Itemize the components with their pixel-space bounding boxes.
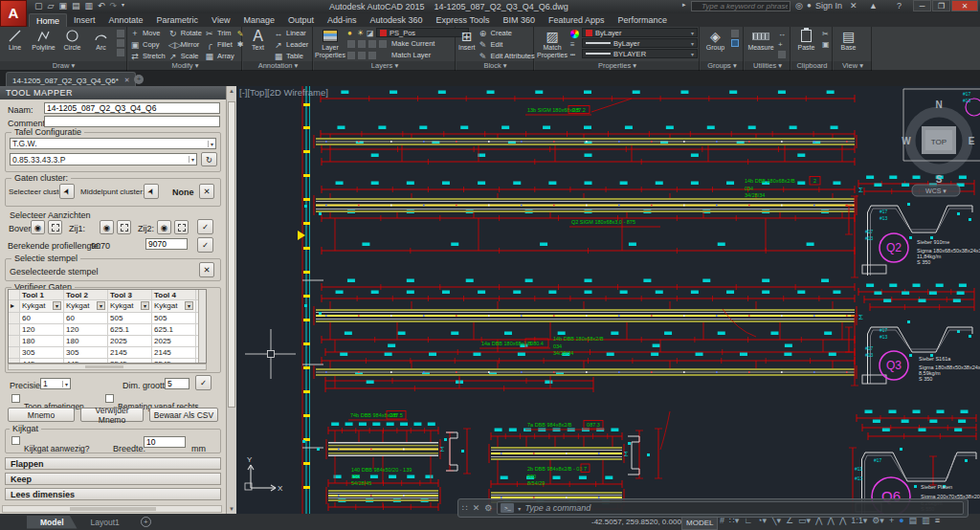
saveas-icon[interactable]: ▤ xyxy=(72,1,80,11)
layout1-tab[interactable]: Layout1 xyxy=(78,516,133,529)
copy-clip-icon[interactable]: ▣ xyxy=(822,40,830,49)
layer-tool-icon[interactable] xyxy=(358,52,366,59)
open-icon[interactable]: ▱ xyxy=(48,1,55,11)
lineweight-icon[interactable]: ≡ xyxy=(570,40,579,49)
cut-icon[interactable]: ✂ xyxy=(822,30,830,38)
qat-customize-icon[interactable]: ▾ xyxy=(122,1,124,11)
table-cell[interactable]: Tool 3 xyxy=(108,290,152,299)
mirror-button[interactable]: ◁▷Mirror xyxy=(168,39,202,50)
gaten-table[interactable]: Tool 1Tool 2Tool 3Tool 4▸Kykgat▾Kykgat▾K… xyxy=(8,289,207,364)
quick-calc-icon[interactable]: + xyxy=(778,40,786,49)
array-button[interactable]: ▦Array xyxy=(205,51,234,61)
row-selector[interactable] xyxy=(9,290,20,299)
layer-on-icon[interactable]: ● xyxy=(347,29,352,37)
new-icon[interactable]: ▢ xyxy=(34,1,43,11)
table-cell[interactable]: Kykgat▾ xyxy=(20,300,64,312)
modify-panel-label[interactable]: Modify ▾ xyxy=(128,61,242,71)
id-point-icon[interactable]: ↔ xyxy=(778,30,786,38)
viewcube-top-face[interactable]: TOP xyxy=(931,138,947,146)
hatch-icon[interactable] xyxy=(117,39,124,47)
customize-wrench-icon[interactable]: ⚙ xyxy=(484,503,492,513)
ribbon-tab-manage[interactable]: Manage xyxy=(236,13,281,27)
command-line-bar[interactable]: ∷ ✕ ⚙ >_ ▾ Type a command xyxy=(457,498,969,518)
help-button[interactable]: ? xyxy=(897,1,902,11)
row-selector[interactable] xyxy=(9,347,20,358)
model-space-indicator[interactable]: MODEL xyxy=(681,516,718,530)
line-button[interactable]: Line xyxy=(2,28,28,52)
tafel-config-dropdown-2[interactable]: 0.85.33.43.3.P▾ xyxy=(10,153,197,166)
table-cell[interactable]: 60 xyxy=(64,313,108,323)
group-button[interactable]: ◈Group xyxy=(702,28,728,52)
breedte-input[interactable] xyxy=(144,436,186,448)
profiellengte-confirm-button[interactable]: ✓ xyxy=(197,237,213,253)
color-wheel-icon[interactable] xyxy=(570,30,579,38)
table-cell[interactable]: 625.1 xyxy=(108,324,152,335)
tafel-config-dropdown-1[interactable]: T.G.W.▾ xyxy=(10,138,216,149)
bemating-checkbox[interactable] xyxy=(105,394,114,403)
ribbon-tab-insert[interactable]: Insert xyxy=(67,13,102,27)
drag-grip-icon[interactable]: ∷ xyxy=(462,503,468,513)
block-panel-label[interactable]: Block ▾ xyxy=(457,61,534,71)
zij1-window-button[interactable] xyxy=(117,220,131,234)
exchange-x-icon[interactable]: ✕ xyxy=(850,1,858,11)
command-input[interactable]: >_ ▾ Type a command xyxy=(497,501,964,515)
restore-button[interactable]: ❐ xyxy=(932,0,950,11)
flappen-section-header[interactable]: Flappen xyxy=(5,457,221,470)
center-cluster-button[interactable]: ➤ xyxy=(144,184,159,199)
edit-attributes-button[interactable]: ✎Edit Attributes xyxy=(479,51,535,61)
autocad-logo-menu[interactable]: A xyxy=(0,0,27,27)
rotate-button[interactable]: ↻Rotate xyxy=(168,28,202,38)
table-cell[interactable]: 60 xyxy=(20,313,64,323)
properties-panel-label[interactable]: Properties ▾ xyxy=(535,61,700,71)
groups-panel-label[interactable]: Groups ▾ xyxy=(701,61,744,71)
table-cell[interactable]: Kykgat▾ xyxy=(152,300,196,312)
move-button[interactable]: +Move xyxy=(130,28,166,38)
plot-icon[interactable]: ▥ xyxy=(84,1,93,11)
view-panel-label[interactable]: View ▾ xyxy=(834,61,872,71)
profiellengte-input[interactable] xyxy=(145,238,188,250)
refresh-button[interactable]: ↻ xyxy=(201,152,217,166)
naam-input[interactable] xyxy=(44,102,220,114)
circle-button[interactable]: Circle xyxy=(59,28,85,52)
arc-button[interactable]: Arc xyxy=(88,28,114,52)
edit-block-button[interactable]: ✎Edit xyxy=(479,39,535,50)
drawing-canvas[interactable]: [-][Top][2D Wireframe] #17 #13 13b SIGM … xyxy=(236,86,980,514)
viewcube-east[interactable]: E xyxy=(969,136,975,146)
table-cell[interactable]: 180 xyxy=(20,336,64,346)
match-layer-button[interactable]: Match Layer xyxy=(391,51,431,59)
table-cell[interactable]: 2145 xyxy=(152,347,196,358)
paste-button[interactable]: Paste xyxy=(793,28,819,52)
table-cell[interactable]: Tool 1 xyxy=(20,290,64,299)
stretch-button[interactable]: ⇄Stretch xyxy=(130,51,166,61)
table-cell[interactable]: 505 xyxy=(152,313,196,323)
draw-panel-label[interactable]: Draw ▾ xyxy=(0,61,127,71)
file-tab[interactable]: 14-1205_087_Q2_Q3_Q4_Q6*✕ xyxy=(6,72,136,86)
linear-dim-button[interactable]: ↔Linear xyxy=(274,28,308,38)
search-play-icon[interactable]: ▸ xyxy=(682,1,686,9)
table-cell[interactable]: 305 xyxy=(20,347,64,358)
layer-properties-button[interactable]: Layer Properties xyxy=(316,28,345,59)
layer-dropdown[interactable]: PS_Pos▾ xyxy=(376,28,469,37)
annotation-panel-label[interactable]: Annotation ▾ xyxy=(243,61,313,71)
clear-cluster-button[interactable]: ✕ xyxy=(199,184,214,199)
table-cell[interactable]: 2145 xyxy=(108,347,152,358)
save-icon[interactable]: ▣ xyxy=(58,1,67,11)
minimize-button[interactable]: ─ xyxy=(913,0,931,11)
object-color-dropdown[interactable]: ByLayer▾ xyxy=(582,28,698,37)
ribbon-tab-add-ins[interactable]: Add-ins xyxy=(321,13,364,27)
ribbon-tab-featured-apps[interactable]: Featured Apps xyxy=(542,13,612,27)
lineweight-dropdown[interactable]: ByLayer▾ xyxy=(582,38,698,48)
palette-hscrollbar[interactable] xyxy=(2,505,222,513)
layer-tool-icon[interactable] xyxy=(347,40,355,48)
table-cell[interactable]: 305 xyxy=(64,347,108,358)
palette-vscrollbar[interactable]: ▲ ▼ xyxy=(226,86,236,514)
layer-tool-icon[interactable] xyxy=(347,52,355,59)
zij1-pick-button[interactable]: ◉ xyxy=(100,220,114,234)
layers-panel-label[interactable]: Layers ▾ xyxy=(314,61,456,71)
undo-icon[interactable]: ↶ xyxy=(98,1,105,11)
trim-button[interactable]: ✂Trim xyxy=(205,28,234,38)
viewcube-south[interactable]: S xyxy=(936,174,943,185)
binoculars-icon[interactable]: ◎ xyxy=(795,1,803,11)
aanzichten-confirm-button[interactable]: ✓ xyxy=(197,219,213,234)
rectangle-icon[interactable] xyxy=(117,30,124,37)
